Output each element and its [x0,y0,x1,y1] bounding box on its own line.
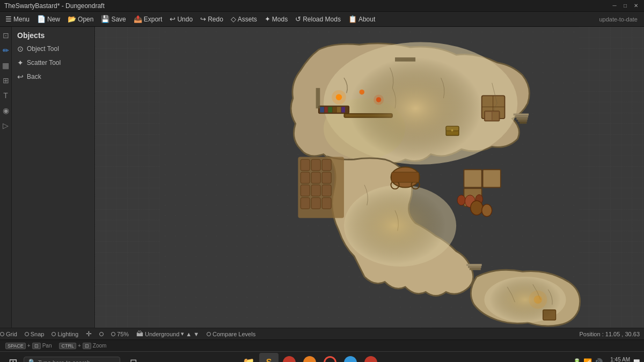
svg-rect-24 [333,107,336,112]
menu-item-redo[interactable]: ↪ Redo [197,14,226,24]
svg-rect-10 [322,159,331,171]
menu-label: Menu [13,16,30,23]
lighting-label: Lighting [57,331,78,337]
arrow-icon[interactable]: ▷ [2,120,10,131]
grid-control[interactable]: Grid [0,331,17,337]
ctrl-key: CTRL [59,343,76,349]
volume-icon: 🔊 [594,358,603,362]
svg-rect-51 [515,115,528,117]
taskbar-app-ring[interactable] [320,353,340,363]
zoom-control[interactable]: 75% [111,331,129,337]
main-area: ⊡ ✏ ▦ ⊞ T ◉ ▷ Objects ⊙ Object Tool ✦ Sc… [0,27,644,328]
compare-control[interactable]: Compare Levels [207,331,255,337]
svg-point-69 [344,188,446,264]
snap-label: Snap [31,331,45,337]
walls-icon[interactable]: ⊞ [2,75,10,86]
snap-dot [25,332,29,336]
task-view-button[interactable]: ⊟ [125,354,142,363]
maximize-button[interactable]: □ [621,2,629,10]
new-icon: 📄 [37,15,46,23]
svg-rect-50 [514,114,529,116]
assets-label: Assets [238,16,257,23]
reload-mods-icon: ↺ [295,15,301,23]
svg-rect-36 [391,172,419,182]
bottom-controls-bar: Grid Snap Lighting ✛ 75% 🏔 Underground ▾… [0,328,644,339]
back-icon: ↩ [17,72,24,81]
menu-item-undo[interactable]: ↩ Undo [166,14,196,24]
svg-rect-19 [322,198,331,209]
taskbar-app-blue[interactable] [341,353,360,363]
sys-icons: 🔋 📶 🔊 [573,358,603,362]
title-bar-title: TheSwartyBastard* - Dungeondraft [4,2,105,10]
update-badge: update-to-date [599,16,642,23]
taskbar-app-red2[interactable] [361,353,380,363]
select-tool-icon[interactable]: ⊡ [2,30,10,41]
svg-point-38 [332,90,346,105]
save-icon: 💾 [101,15,109,23]
svg-rect-30 [464,169,481,187]
close-button[interactable]: ✕ [632,2,640,10]
scatter-tool-item[interactable]: ✦ Scatter Tool [12,56,94,70]
svg-rect-11 [301,172,310,183]
show-desktop-button[interactable]: ⬜ [633,359,640,362]
text-tool-icon[interactable]: T [2,90,9,101]
undo-label: Undo [177,16,193,23]
taskbar-search[interactable]: 🔍 Type here to search [24,357,120,362]
redo-label: Redo [208,16,223,23]
search-icon: 🔍 [28,359,36,362]
taskbar-app-orange[interactable] [300,353,319,363]
zoom-label: 75% [117,331,129,337]
compare-dot [207,332,211,336]
about-icon: 📋 [348,15,357,23]
title-bar: TheSwartyBastard* - Dungeondraft ─ □ ✕ [0,0,644,12]
svg-point-70 [489,277,561,323]
menu-item-about[interactable]: 📋 About [345,14,378,24]
object-tool-item[interactable]: ⊙ Object Tool [12,42,94,56]
search-placeholder: Type here to search [38,359,90,363]
menu-item-menu[interactable]: ☰ Menu [2,14,33,24]
menu-item-mods[interactable]: ✦ Mods [261,14,291,24]
svg-point-68 [349,57,481,159]
svg-rect-9 [311,159,320,171]
about-label: About [358,16,375,23]
snap-control[interactable]: Snap [25,331,45,337]
assets-icon: ◇ [231,15,236,23]
menu-item-export[interactable]: 📤 Export [130,14,166,24]
layers-icon[interactable]: ▦ [1,60,10,71]
lighting-control[interactable]: Lighting [52,331,78,337]
canvas-area[interactable] [95,27,644,328]
underground-up: ▲ [186,331,192,337]
draw-tool-icon[interactable]: ✏ [2,45,10,56]
underground-control[interactable]: 🏔 Underground ▾ ▲ ▼ [136,330,199,338]
object-tool-label: Object Tool [27,45,59,53]
svg-point-40 [457,195,465,205]
svg-point-59 [471,201,483,215]
svg-point-60 [482,204,492,217]
shapes-icon[interactable]: ◉ [2,105,10,116]
menu-item-new[interactable]: 📄 New [34,14,63,24]
taskbar-app-explorer[interactable]: 📁 [239,353,258,363]
scatter-tool-label: Scatter Tool [27,59,61,67]
taskbar-app-dot[interactable] [280,353,299,363]
space-sep: + [27,343,31,349]
svg-rect-61 [466,264,482,266]
svg-rect-13 [322,172,331,183]
export-label: Export [144,16,163,23]
back-item[interactable]: ↩ Back [12,70,94,84]
menu-item-reload-mods[interactable]: ↺ Reload Mods [292,14,344,24]
panel-title: Objects [12,27,94,42]
menu-icon: ☰ [5,15,12,23]
start-button[interactable]: ⊞ [4,354,21,363]
mods-label: Mods [272,16,288,23]
back-label: Back [27,73,41,80]
menu-item-save[interactable]: 💾 Save [98,14,129,24]
open-label: Open [78,16,93,23]
clock-date[interactable]: 1:45 AM 5/17/2024 [606,357,630,363]
menu-item-assets[interactable]: ◇ Assets [228,14,260,24]
svg-rect-63 [470,268,481,270]
menu-item-open[interactable]: 📂 Open [64,14,97,24]
dungeon-map-svg [95,27,644,328]
minimize-button[interactable]: ─ [611,2,618,10]
save-label: Save [111,16,126,23]
taskbar-app-s[interactable]: S [259,353,279,363]
